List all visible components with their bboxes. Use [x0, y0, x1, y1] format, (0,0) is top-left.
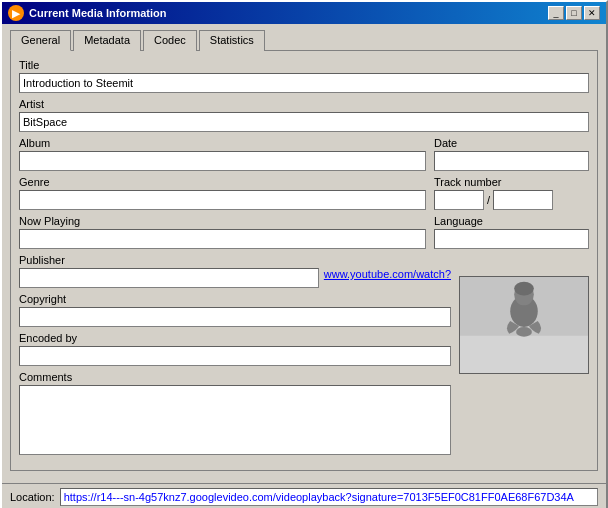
tab-codec[interactable]: Codec [143, 30, 197, 51]
track-number-row: / [434, 190, 589, 210]
tab-bar: General Metadata Codec Statistics [10, 30, 598, 51]
publisher-row: www.youtube.com/watch? [19, 268, 451, 288]
date-col: Date [434, 137, 589, 171]
tab-statistics[interactable]: Statistics [199, 30, 265, 51]
title-label: Title [19, 59, 589, 71]
thumbnail-svg [460, 276, 588, 374]
album-label: Album [19, 137, 426, 149]
svg-rect-7 [460, 277, 588, 373]
language-col: Language [434, 215, 589, 249]
window-content: General Metadata Codec Statistics Title … [2, 24, 606, 479]
tab-content-general: Title Artist Album Date [10, 50, 598, 471]
app-icon: ▶ [8, 5, 24, 21]
comments-textarea[interactable] [19, 385, 451, 455]
copyright-label: Copyright [19, 293, 451, 305]
location-url[interactable]: https://r14---sn-4g57knz7.googlevideo.co… [60, 488, 598, 506]
album-date-section: Album Date [19, 137, 589, 171]
encoded-by-section: Encoded by [19, 332, 451, 366]
genre-track-section: Genre Track number / [19, 176, 589, 210]
thumbnail-container [459, 254, 589, 462]
language-input[interactable] [434, 229, 589, 249]
lower-left: Publisher www.youtube.com/watch? Copyrig… [19, 254, 451, 462]
publisher-section: Publisher www.youtube.com/watch? [19, 254, 451, 288]
artist-label: Artist [19, 98, 589, 110]
encoded-by-input[interactable] [19, 346, 451, 366]
album-col: Album [19, 137, 426, 171]
now-playing-label: Now Playing [19, 215, 426, 227]
restore-button[interactable]: □ [566, 6, 582, 20]
location-bar: Location: https://r14---sn-4g57knz7.goog… [2, 483, 606, 508]
nowplaying-col: Now Playing [19, 215, 426, 249]
date-label: Date [434, 137, 589, 149]
artist-section: Artist [19, 98, 589, 132]
title-bar: ▶ Current Media Information _ □ ✕ [2, 2, 606, 24]
close-title-button[interactable]: ✕ [584, 6, 600, 20]
publisher-label: Publisher [19, 254, 451, 266]
track-col: Track number / [434, 176, 589, 210]
location-label: Location: [10, 491, 55, 503]
tab-metadata[interactable]: Metadata [73, 30, 141, 51]
language-label: Language [434, 215, 589, 227]
comments-label: Comments [19, 371, 451, 383]
track-number-input1[interactable] [434, 190, 484, 210]
now-playing-input[interactable] [19, 229, 426, 249]
title-bar-buttons: _ □ ✕ [548, 6, 600, 20]
artist-input[interactable] [19, 112, 589, 132]
genre-col: Genre [19, 176, 426, 210]
track-number-input2[interactable] [493, 190, 553, 210]
window-title: Current Media Information [29, 7, 167, 19]
publisher-input[interactable] [19, 268, 319, 288]
title-bar-left: ▶ Current Media Information [8, 5, 167, 21]
thumbnail-image [460, 277, 588, 373]
title-section: Title [19, 59, 589, 93]
minimize-button[interactable]: _ [548, 6, 564, 20]
video-thumbnail [459, 276, 589, 374]
comments-section: Comments [19, 371, 451, 457]
tab-general[interactable]: General [10, 30, 71, 51]
title-input[interactable] [19, 73, 589, 93]
lower-section: Publisher www.youtube.com/watch? Copyrig… [19, 254, 589, 462]
genre-input[interactable] [19, 190, 426, 210]
album-input[interactable] [19, 151, 426, 171]
track-number-label: Track number [434, 176, 589, 188]
main-window: ▶ Current Media Information _ □ ✕ Genera… [0, 0, 608, 508]
nowplaying-language-section: Now Playing Language [19, 215, 589, 249]
copyright-input[interactable] [19, 307, 451, 327]
youtube-link[interactable]: www.youtube.com/watch? [324, 268, 451, 280]
genre-label: Genre [19, 176, 426, 188]
encoded-by-label: Encoded by [19, 332, 451, 344]
track-slash: / [487, 194, 490, 206]
copyright-section: Copyright [19, 293, 451, 327]
date-input[interactable] [434, 151, 589, 171]
